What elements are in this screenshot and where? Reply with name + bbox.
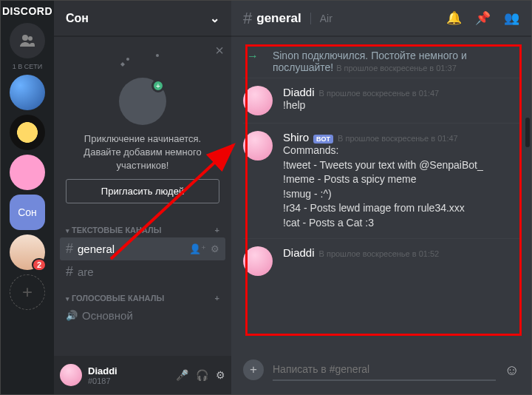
message-time: В прошлое воскресенье в 01:47 — [319, 89, 440, 98]
invite-avatar-placeholder: + — [119, 78, 166, 125]
message: Shiro BOT В прошлое воскресенье в 01:47 … — [243, 123, 519, 238]
svg-point-2 — [126, 58, 129, 61]
bot-badge: BOT — [313, 135, 333, 144]
speaker-icon: 🔊 — [66, 310, 78, 321]
message-avatar[interactable] — [243, 86, 273, 115]
message: Diaddi В прошлое воскресенье в 01:47 !he… — [243, 78, 519, 123]
svg-point-1 — [28, 36, 33, 41]
guild-blue[interactable] — [10, 75, 45, 110]
channel-title: general — [256, 11, 301, 26]
guild-anime[interactable]: 2 — [10, 234, 45, 270]
add-guild-button[interactable]: + — [10, 274, 45, 310]
members-icon[interactable]: 👥 — [504, 10, 519, 26]
deafen-icon[interactable]: 🎧 — [196, 369, 208, 381]
hash-icon: # — [66, 264, 73, 280]
message-time: В прошлое воскресенье в 01:52 — [319, 249, 440, 258]
online-count-label: 1 В СЕТИ — [13, 63, 42, 70]
server-name: Сон — [66, 12, 89, 25]
scrollbar[interactable] — [525, 118, 530, 147]
self-tag: #0187 — [88, 377, 170, 385]
add-channel-icon[interactable]: + — [215, 226, 219, 234]
settings-icon[interactable]: ⚙ — [216, 369, 225, 381]
channel-topic: Air — [310, 13, 332, 24]
channels-list: ▾ТЕКСТОВЫЕ КАНАЛЫ + # general 👤⁺ ⚙ # are… — [54, 215, 231, 356]
message-author[interactable]: Shiro — [283, 131, 309, 144]
message-author[interactable]: Diaddi — [283, 86, 315, 98]
attach-icon[interactable]: + — [243, 359, 264, 380]
hash-icon: # — [243, 9, 252, 28]
mute-icon[interactable]: 🎤 — [176, 369, 188, 381]
self-username: Diaddi — [88, 365, 170, 377]
add-channel-icon[interactable]: + — [215, 294, 219, 303]
invite-prompt: × + Приключение начинается. Давайте доба… — [54, 36, 231, 215]
message-author[interactable]: Diaddi — [283, 246, 315, 259]
gear-icon[interactable]: ⚙ — [211, 243, 219, 254]
invite-text: Приключение начинается. Давайте добавим … — [66, 132, 219, 173]
guilds-rail: DISCORD 1 В СЕТИ Сон 2 + — [1, 1, 54, 394]
svg-point-0 — [22, 35, 28, 41]
invite-icon[interactable]: 👤⁺ — [189, 243, 206, 254]
message-avatar[interactable] — [243, 131, 273, 161]
message-input[interactable] — [273, 359, 496, 381]
guild-friends[interactable] — [10, 23, 45, 58]
chat-area: # general Air 🔔 📌 👥 → Sinon подключился.… — [231, 1, 531, 394]
guild-pink[interactable] — [10, 155, 45, 190]
message-avatar[interactable] — [243, 246, 273, 276]
bell-icon[interactable]: 🔔 — [446, 10, 462, 26]
pin-icon[interactable]: 📌 — [475, 10, 491, 26]
voice-channels-category[interactable]: ▾ГОЛОСОВЫЕ КАНАЛЫ + — [60, 283, 225, 305]
channel-general[interactable]: # general 👤⁺ ⚙ — [60, 237, 225, 260]
chevron-down-icon: ▾ — [66, 295, 69, 303]
messages-list[interactable]: → Sinon подключился. Постойте немного и … — [231, 36, 531, 345]
voice-channel-main[interactable]: 🔊 Основной — [60, 305, 225, 325]
channel-are[interactable]: # are — [60, 260, 225, 283]
notification-badge: 2 — [32, 258, 47, 271]
join-arrow-icon: → — [243, 50, 262, 63]
self-avatar[interactable] — [60, 364, 82, 386]
text-channels-category[interactable]: ▾ТЕКСТОВЫЕ КАНАЛЫ + — [60, 215, 225, 237]
guild-son[interactable]: Сон — [10, 195, 45, 230]
system-message: → Sinon подключился. Постойте немного и … — [243, 45, 519, 78]
message-input-row: + ☺ — [231, 345, 531, 394]
hash-icon: # — [66, 241, 73, 257]
close-icon[interactable]: × — [215, 42, 224, 59]
message-text: Commands: !tweet - Tweets your text with… — [283, 144, 519, 231]
chat-header: # general Air 🔔 📌 👥 — [231, 1, 531, 36]
server-header[interactable]: Сон ⌄ — [54, 1, 231, 36]
discord-logo: DISCORD — [2, 5, 52, 17]
chevron-down-icon: ▾ — [66, 227, 69, 234]
user-panel: Diaddi #0187 🎤 🎧 ⚙ — [54, 356, 231, 394]
guild-soccer[interactable] — [10, 115, 45, 150]
emoji-icon[interactable]: ☺ — [505, 362, 519, 379]
channels-sidebar: Сон ⌄ × + Приключение начинается. Давайт… — [54, 1, 231, 394]
chevron-down-icon: ⌄ — [210, 11, 219, 25]
message-text: !help — [283, 98, 519, 113]
svg-point-3 — [156, 54, 159, 57]
message: Diaddi В прошлое воскресенье в 01:52 — [243, 238, 519, 283]
invite-people-button[interactable]: Пригласить людей — [66, 179, 219, 203]
message-time: В прошлое воскресенье в 01:47 — [338, 134, 458, 143]
plus-icon: + — [151, 79, 165, 92]
